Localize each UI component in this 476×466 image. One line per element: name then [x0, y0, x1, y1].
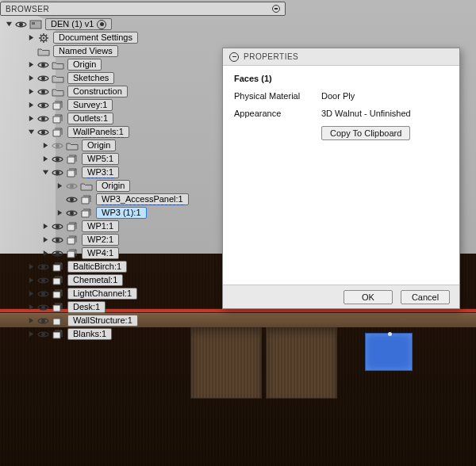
- twisty-right-icon[interactable]: [27, 316, 36, 325]
- visibility-eye-icon[interactable]: [37, 101, 49, 110]
- tree-row[interactable]: WallPanels:1: [5, 125, 189, 139]
- collapse-icon[interactable]: [229, 52, 239, 62]
- visibility-eye-icon[interactable]: [37, 303, 49, 312]
- tree-row[interactable]: Construction: [5, 85, 189, 98]
- twisty-right-icon[interactable]: [27, 74, 36, 82]
- visibility-eye-icon[interactable]: [37, 128, 49, 137]
- tree-row[interactable]: WP4:1: [5, 246, 189, 260]
- twisty-right-icon[interactable]: [27, 303, 36, 311]
- tree-row[interactable]: WP2:1: [5, 233, 189, 246]
- tree-row[interactable]: WP1:1: [5, 220, 189, 233]
- twisty-right-icon[interactable]: [27, 262, 36, 271]
- twisty-right-icon[interactable]: [41, 249, 50, 258]
- tree-item-label[interactable]: Document Settings: [53, 32, 138, 44]
- visibility-eye-icon[interactable]: [52, 235, 63, 245]
- tree-item-label[interactable]: WP3 (1):1: [96, 207, 147, 219]
- visibility-eye-icon[interactable]: [66, 208, 78, 218]
- tree-row[interactable]: Origin: [5, 139, 189, 152]
- tree-root-label[interactable]: DEN (1) v1: [45, 18, 112, 30]
- visibility-eye-icon[interactable]: [52, 155, 63, 164]
- twisty-right-icon[interactable]: [27, 60, 36, 69]
- properties-header[interactable]: PROPERTIES: [223, 48, 459, 66]
- twisty-down-icon[interactable]: [5, 20, 13, 29]
- twisty-right-icon[interactable]: [27, 289, 36, 298]
- tree-item-label[interactable]: WP3:1: [82, 166, 119, 178]
- tree-row[interactable]: Document Settings: [5, 31, 189, 44]
- tree-row[interactable]: Named Views: [5, 44, 189, 58]
- visibility-eye-icon[interactable]: [52, 222, 63, 231]
- browser-panel-header[interactable]: BROWSER: [0, 2, 286, 16]
- visibility-eye-icon[interactable]: [37, 262, 49, 272]
- tree-row[interactable]: WP3_AccessPanel:1: [5, 193, 189, 206]
- visibility-eye-icon[interactable]: [37, 276, 49, 285]
- tree-item-label[interactable]: Origin: [82, 139, 116, 151]
- visibility-eye-icon[interactable]: [37, 114, 49, 124]
- visibility-eye-icon[interactable]: [37, 289, 49, 299]
- tree-item-label[interactable]: WP2:1: [82, 234, 119, 246]
- tree-item-label[interactable]: WallStructure:1: [67, 315, 138, 327]
- twisty-down-icon[interactable]: [27, 128, 36, 136]
- twisty-right-icon[interactable]: [41, 235, 50, 244]
- tree-item-label[interactable]: Sketches: [67, 72, 114, 84]
- ok-button[interactable]: OK: [344, 290, 393, 304]
- tree-row[interactable]: Survey:1: [5, 98, 189, 112]
- tree-row[interactable]: Chemetal:1: [5, 273, 189, 287]
- tree-item-label[interactable]: WP1:1: [82, 220, 119, 232]
- tree-item-label[interactable]: WP5:1: [82, 153, 119, 165]
- activate-radio-icon[interactable]: [97, 20, 106, 29]
- tree-item-label[interactable]: Desk:1: [67, 301, 106, 313]
- twisty-right-icon[interactable]: [27, 101, 36, 109]
- visibility-eye-off-icon[interactable]: [52, 141, 63, 151]
- tree-item-label[interactable]: Origin: [67, 59, 102, 71]
- visibility-eye-icon[interactable]: [15, 20, 27, 29]
- twisty-right-icon[interactable]: [41, 155, 50, 163]
- tree-row[interactable]: Blanks:1: [5, 327, 189, 341]
- tree-item-label[interactable]: Survey:1: [67, 99, 113, 111]
- tree-item-label[interactable]: WallPanels:1: [67, 126, 129, 138]
- tree-row[interactable]: WP5:1: [5, 152, 189, 166]
- visibility-eye-icon[interactable]: [52, 168, 63, 178]
- tree-item-label[interactable]: BalticBirch:1: [67, 261, 127, 273]
- twisty-right-icon[interactable]: [27, 330, 36, 338]
- tree-row[interactable]: Outlets:1: [5, 112, 189, 125]
- twisty-right-icon[interactable]: [56, 208, 64, 217]
- visibility-eye-icon[interactable]: [37, 60, 49, 70]
- copy-to-clipboard-button[interactable]: Copy To Clipboard: [321, 126, 410, 140]
- visibility-eye-icon[interactable]: [37, 330, 49, 339]
- twisty-right-icon[interactable]: [56, 181, 64, 190]
- tree-item-label[interactable]: Chemetal:1: [67, 274, 123, 286]
- tree-row[interactable]: Desk:1: [5, 300, 189, 314]
- tree-root-row[interactable]: DEN (1) v1: [5, 17, 189, 31]
- tree-row[interactable]: WP3:1: [5, 166, 189, 179]
- tree-item-label[interactable]: Blanks:1: [67, 328, 112, 340]
- tree-row[interactable]: Origin: [5, 58, 189, 71]
- cancel-button[interactable]: Cancel: [401, 290, 450, 304]
- tree-item-label[interactable]: WP4:1: [82, 247, 119, 259]
- visibility-eye-icon[interactable]: [37, 87, 49, 97]
- tree-row[interactable]: WP3 (1):1: [5, 206, 189, 220]
- collapse-icon[interactable]: [272, 5, 280, 13]
- twisty-right-icon[interactable]: [27, 114, 36, 123]
- tree-item-label[interactable]: Origin: [96, 180, 130, 192]
- twisty-down-icon[interactable]: [41, 168, 50, 177]
- tree-row[interactable]: WallStructure:1: [5, 314, 189, 327]
- tree-item-label[interactable]: WP3_AccessPanel:1: [96, 193, 189, 205]
- tree-row[interactable]: LightChannel:1: [5, 287, 189, 300]
- twisty-right-icon[interactable]: [27, 87, 36, 96]
- visibility-eye-off-icon[interactable]: [66, 181, 78, 191]
- visibility-eye-icon[interactable]: [37, 74, 49, 83]
- tree-item-label[interactable]: Outlets:1: [67, 113, 113, 124]
- tree-row[interactable]: Sketches: [5, 71, 189, 85]
- tree-row[interactable]: BalticBirch:1: [5, 260, 189, 273]
- twisty-right-icon[interactable]: [27, 33, 36, 42]
- tree-row[interactable]: Origin: [5, 179, 189, 193]
- visibility-eye-icon[interactable]: [37, 316, 49, 326]
- tree-item-label[interactable]: Named Views: [53, 45, 118, 57]
- twisty-right-icon[interactable]: [41, 141, 50, 150]
- tree-item-label[interactable]: LightChannel:1: [67, 288, 137, 300]
- twisty-right-icon[interactable]: [41, 222, 50, 231]
- visibility-eye-icon[interactable]: [52, 249, 63, 258]
- visibility-eye-icon[interactable]: [66, 195, 78, 204]
- tree-item-label[interactable]: Construction: [67, 86, 128, 97]
- twisty-right-icon[interactable]: [27, 276, 36, 285]
